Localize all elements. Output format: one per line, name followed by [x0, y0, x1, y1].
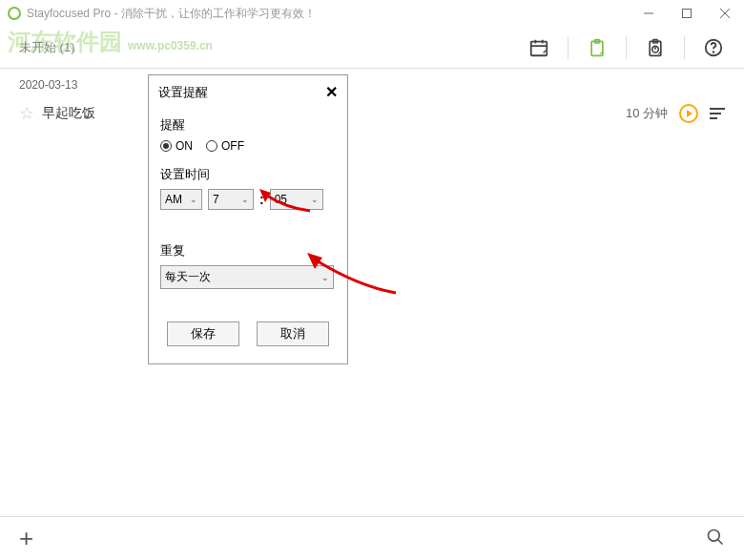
task-left: ☆ 早起吃饭	[19, 103, 95, 124]
radio-on[interactable]: ON	[160, 139, 193, 153]
ampm-select[interactable]: AM ⌄	[160, 189, 202, 210]
divider	[684, 36, 685, 59]
annotation-arrow	[258, 187, 315, 216]
close-icon[interactable]: ✕	[325, 83, 338, 101]
svg-rect-4	[531, 41, 548, 55]
titlebar: Stayfocused Pro - 消除干扰，让你的工作和学习更有效！	[0, 0, 744, 27]
clipboard-icon[interactable]	[586, 36, 609, 59]
radio-group: ON OFF	[160, 139, 336, 153]
window-controls	[630, 0, 744, 27]
hour-value: 7	[213, 193, 219, 206]
radio-off-label: OFF	[221, 139, 244, 153]
reminder-label: 提醒	[160, 116, 336, 134]
content-area: 2020-03-13 ☆ 早起吃饭 10 分钟	[0, 69, 744, 137]
svg-marker-17	[307, 253, 322, 269]
svg-rect-1	[683, 10, 692, 18]
button-row: 保存 取消	[160, 321, 336, 346]
maximize-button[interactable]	[668, 0, 706, 27]
sort-icon[interactable]	[710, 108, 725, 119]
reminder-dialog: 设置提醒 ✕ 提醒 ON OFF 设置时间 AM ⌄ 7 ⌄ :	[148, 74, 348, 364]
hour-select[interactable]: 7 ⌄	[208, 189, 254, 210]
cancel-button[interactable]: 取消	[257, 321, 329, 346]
svg-point-15	[713, 52, 714, 52]
play-icon[interactable]	[679, 104, 698, 123]
radio-on-input[interactable]	[160, 140, 172, 152]
title-text: Stayfocused Pro - 消除干扰，让你的工作和学习更有效！	[27, 6, 316, 22]
timer-icon[interactable]	[644, 36, 667, 59]
date-label: 2020-03-13	[19, 78, 725, 92]
ampm-value: AM	[165, 193, 182, 206]
svg-point-18	[709, 529, 720, 541]
radio-off[interactable]: OFF	[206, 139, 244, 153]
annotation-arrow	[305, 250, 401, 298]
close-button[interactable]	[706, 0, 744, 27]
search-icon[interactable]	[706, 528, 725, 550]
add-button[interactable]: +	[19, 524, 33, 553]
help-icon[interactable]	[702, 36, 725, 59]
radio-on-label: ON	[176, 139, 193, 153]
repeat-value: 每天一次	[165, 269, 211, 285]
filter-label[interactable]: 未开始 (1)	[19, 39, 75, 56]
toolbar-actions	[527, 36, 725, 59]
dialog-body: 提醒 ON OFF 设置时间 AM ⌄ 7 ⌄ : 05 ⌄	[149, 109, 347, 363]
calendar-icon[interactable]	[527, 36, 550, 59]
time-label: 设置时间	[160, 166, 336, 183]
toolbar: 未开始 (1)	[0, 27, 744, 69]
save-button[interactable]: 保存	[167, 321, 239, 346]
svg-line-19	[718, 539, 723, 544]
dialog-header: 设置提醒 ✕	[149, 75, 347, 109]
dialog-title-text: 设置提醒	[158, 84, 208, 101]
divider	[626, 36, 627, 59]
task-right: 10 分钟	[626, 104, 725, 123]
divider	[568, 36, 568, 59]
chevron-down-icon: ⌄	[241, 195, 249, 204]
app-icon	[8, 7, 21, 20]
star-icon[interactable]: ☆	[19, 103, 34, 124]
duration-label: 10 分钟	[626, 105, 668, 122]
chevron-down-icon: ⌄	[190, 195, 197, 204]
task-row[interactable]: ☆ 早起吃饭 10 分钟	[19, 99, 725, 128]
radio-off-input[interactable]	[206, 140, 217, 152]
minimize-button[interactable]	[630, 0, 668, 27]
task-name: 早起吃饭	[42, 105, 95, 122]
bottombar: +	[0, 516, 744, 560]
